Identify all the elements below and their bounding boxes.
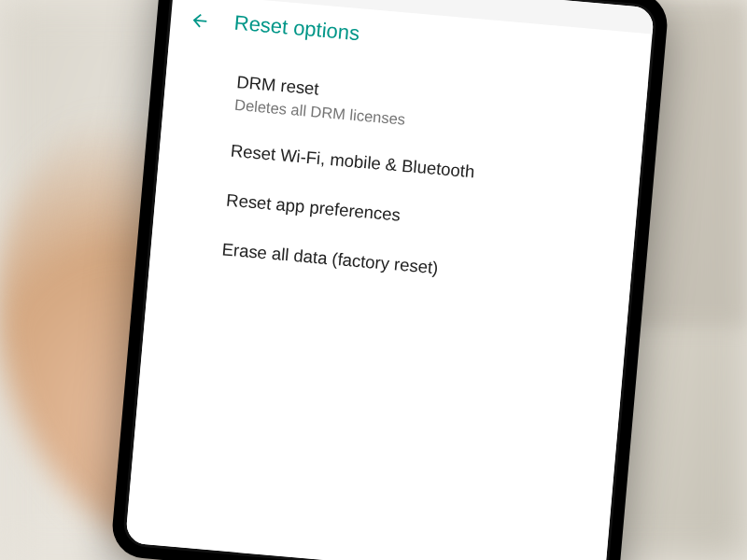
phone-frame: Reset options DRM reset Deletes all DRM … <box>110 0 670 560</box>
settings-list: DRM reset Deletes all DRM licenses Reset… <box>125 42 648 560</box>
back-button[interactable] <box>189 9 209 30</box>
phone-bezel: Reset options DRM reset Deletes all DRM … <box>122 0 658 560</box>
phone-screen: Reset options DRM reset Deletes all DRM … <box>125 0 655 560</box>
arrow-back-icon <box>189 9 211 32</box>
page-title: Reset options <box>233 11 360 47</box>
